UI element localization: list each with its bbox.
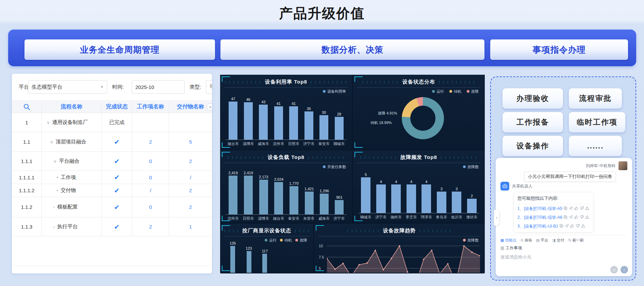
chevron-down-icon[interactable]: ∨	[47, 120, 50, 125]
chevron-right-icon[interactable]: ›	[53, 224, 55, 229]
bar-column: 1,770	[289, 181, 299, 214]
work-report-button[interactable]: 工作报备	[502, 112, 563, 132]
more-button[interactable]: ......	[569, 136, 622, 156]
warning-icon[interactable]	[585, 215, 589, 220]
copy-icon[interactable]	[563, 206, 567, 211]
toolbar-chip-5[interactable]: ↻刷一刷	[568, 238, 583, 243]
flow-cell: ∨顶层项目融合	[42, 132, 102, 151]
chart-device-status-pie: : : : : : : : : : 设备状态分布 : : : : : : : :…	[353, 75, 485, 149]
device-operation-button[interactable]: 设备操作	[502, 136, 563, 156]
acceptance-button[interactable]: 办理验收	[502, 88, 563, 109]
search-icon[interactable]	[12, 101, 42, 113]
bullet-icon: ▪	[57, 176, 58, 179]
bar-column: 3	[452, 187, 461, 213]
table-row: 1∨通用设备制造厂已完成	[12, 113, 212, 132]
send-icon[interactable]	[569, 215, 573, 220]
check-icon: ✔	[114, 173, 120, 181]
time-input[interactable]: 2025-10	[132, 80, 185, 94]
toolbar-chip-4[interactable]: ◨交付	[552, 238, 564, 243]
chart-legend: 设备利用率	[224, 89, 348, 94]
work-count-cell[interactable]: 0	[132, 152, 169, 171]
bar-column: 35	[304, 107, 313, 140]
tab-task-instruction[interactable]: 事项指令办理	[490, 39, 628, 60]
work-count-cell[interactable]: 2	[132, 132, 169, 151]
thumbs-up-icon[interactable]	[574, 215, 578, 220]
suggestion-link[interactable]: 2、[设备]打印机-综管-A6	[517, 213, 590, 222]
legend-item: 故障数	[463, 238, 479, 243]
platform-select[interactable]: 生态模型平台 ▼	[28, 80, 107, 94]
process-approval-button[interactable]: 流程审批	[569, 88, 622, 109]
panel-collapse-handle[interactable]: ›	[494, 210, 499, 226]
toolbar-chip-2[interactable]: ⊙身份	[520, 238, 532, 243]
deliver-count-cell[interactable]: 2	[169, 152, 212, 171]
suggestion-link[interactable]: 3、[设备]打印机-UI-B1	[517, 222, 590, 231]
deliver-count-cell[interactable]: /	[169, 171, 212, 184]
list-icon: ▤	[500, 246, 504, 250]
toolbar-chip-1[interactable]: ▦功能点	[500, 238, 516, 243]
work-count-cell[interactable]: 0	[132, 171, 169, 184]
table-row: 1.1∨顶层项目融合✔25	[12, 132, 212, 152]
chart-device-utilization: : : : : : : : : : 设备利用率 Top8 : : : : : :…	[220, 75, 352, 149]
bar-plot: 54444332	[358, 170, 479, 213]
chart-title: 设备利用率 Top8	[265, 79, 307, 85]
deliver-count-cell[interactable]	[169, 113, 212, 132]
flow-cell: ▪工作项	[42, 171, 102, 184]
x-axis-label: 滨州市	[226, 216, 241, 221]
send-icon[interactable]	[569, 206, 573, 211]
send-button[interactable]: ↑	[621, 266, 628, 273]
x-axis-label: 滨州市	[271, 141, 286, 146]
copy-icon[interactable]	[559, 224, 563, 229]
suggestion-link[interactable]: 1、[设备]打印机-综管-A5	[517, 204, 590, 213]
work-count-cell[interactable]: 0	[132, 197, 169, 217]
warning-icon[interactable]	[585, 206, 589, 211]
thumbs-up-icon[interactable]	[574, 206, 578, 211]
send-icon[interactable]	[565, 224, 569, 229]
seq-cell: 1.1.3	[12, 217, 42, 236]
chevron-right-icon[interactable]: ›	[53, 204, 55, 210]
x-axis-label: 威海市	[256, 141, 271, 146]
thumbs-down-icon[interactable]	[580, 206, 584, 211]
deliver-count-cell[interactable]: 2	[169, 197, 212, 217]
chart-title: 设备故障趋势	[383, 228, 416, 234]
bar-column: 1,296	[320, 189, 329, 214]
work-item-chip[interactable]: ▤工作事项	[500, 245, 627, 251]
thumbs-down-icon[interactable]	[580, 215, 584, 220]
bar-column: 1,421	[304, 187, 314, 214]
tab-data-analysis[interactable]: 数据分析、决策	[220, 39, 484, 60]
collapse-column-icon[interactable]: ∧	[207, 103, 212, 111]
work-count-cell[interactable]	[132, 113, 169, 132]
emoji-button[interactable]: ☺	[610, 266, 618, 273]
work-count-cell[interactable]: /	[132, 184, 169, 197]
bar-column: 135	[230, 241, 236, 273]
deliver-count-cell[interactable]: 5	[169, 132, 212, 151]
flow-cell: ∨通用设备制造厂	[42, 113, 102, 132]
chart-title: 设备状态分布	[402, 79, 435, 85]
chip-icon: ▤	[536, 238, 540, 242]
y-tick-10: 10	[319, 244, 323, 248]
thumbs-up-icon[interactable]	[570, 224, 574, 229]
table-row: 1.1.1∨平台融合✔02	[12, 152, 212, 171]
chat-input[interactable]	[500, 254, 627, 260]
thumbs-down-icon[interactable]	[576, 224, 580, 229]
x-axis-label: 济宁市	[332, 216, 347, 221]
bar-column: 123	[246, 246, 252, 273]
toolbar-chip-3[interactable]: ▤平台	[536, 238, 548, 243]
work-count-cell[interactable]: 2	[132, 217, 169, 236]
temp-workitem-button[interactable]: 临时工作项	[569, 112, 625, 132]
x-axis-label: 泰安市	[316, 141, 332, 146]
copy-icon[interactable]	[563, 215, 567, 220]
bar-column: 4	[391, 180, 401, 213]
deliver-count-cell[interactable]: 1	[169, 217, 212, 236]
type-select[interactable]: 平台	[206, 80, 212, 94]
status-cell: ✔	[102, 132, 132, 151]
tab-business-lifecycle[interactable]: 业务全生命周期管理	[24, 39, 215, 60]
chevron-down-icon[interactable]: ∨	[50, 139, 53, 144]
bar-column: 28	[335, 112, 344, 140]
warning-icon[interactable]	[581, 224, 585, 229]
legend-item: 故障	[295, 238, 307, 243]
bar-column: 3	[437, 187, 446, 213]
suggestion-title: 您可能想找以下内容:	[517, 195, 590, 204]
bar-column: 4	[376, 180, 386, 213]
deliver-count-cell[interactable]: 2	[169, 184, 212, 197]
chevron-down-icon[interactable]: ∨	[53, 159, 57, 164]
